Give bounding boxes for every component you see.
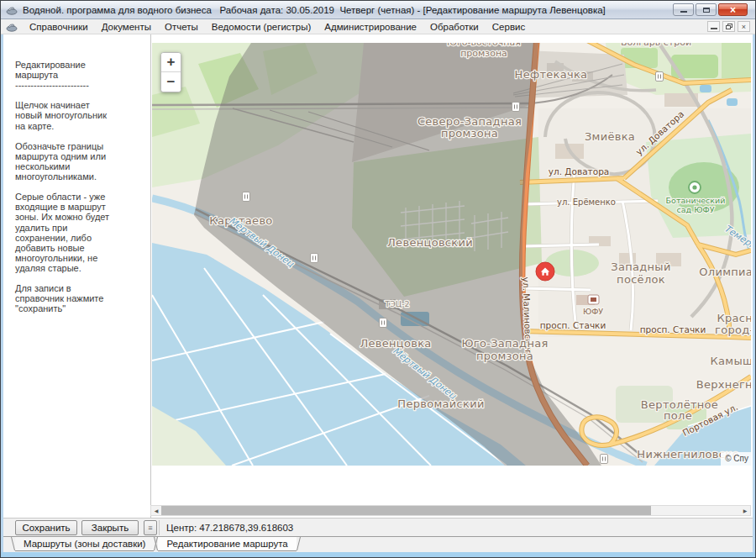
map-label: сад ЮФУ bbox=[677, 205, 715, 214]
close-icon: × bbox=[730, 4, 736, 16]
minimize-button[interactable] bbox=[673, 3, 694, 16]
menu-servis[interactable]: Сервис bbox=[486, 21, 532, 33]
app-window: Водяной. программа для водного бизнеса Р… bbox=[0, 0, 756, 558]
menu-dokumenty[interactable]: Документы bbox=[95, 21, 158, 33]
horizontal-scrollbar[interactable]: ◀ ▶ bbox=[150, 505, 751, 516]
map-label: Ботанический bbox=[666, 196, 726, 205]
splitter-menu-button[interactable]: ≡ bbox=[144, 520, 157, 535]
map-label: город-с bbox=[715, 324, 751, 336]
mdi-close-icon: × bbox=[742, 23, 746, 31]
map-label: посёлок bbox=[617, 273, 665, 286]
university-icon bbox=[588, 295, 599, 304]
map-label: ул. Доватора bbox=[549, 166, 610, 176]
title-bar: Водяной. программа для водного бизнеса Р… bbox=[1, 1, 755, 19]
zoom-in-button[interactable]: + bbox=[161, 53, 181, 72]
status-bar: Сохранить Закрыть ≡ Центр: 47.218678,39.… bbox=[3, 518, 753, 536]
app-icon bbox=[6, 5, 18, 15]
tab-routes-delivery-zones[interactable]: Маршруты (зоны доставки) bbox=[15, 537, 154, 551]
map-panel: Юго-восточнаяпромзонаВолгарь стройНефтек… bbox=[151, 34, 753, 518]
map-label: Нефтекачка bbox=[515, 68, 588, 81]
maximize-icon bbox=[703, 8, 710, 13]
map-label: ул. Ерёменко bbox=[557, 197, 616, 207]
map-label: промзона bbox=[476, 350, 533, 362]
map-label: ЮФУ bbox=[583, 307, 603, 316]
map-label: промзона bbox=[460, 48, 507, 59]
window-bottom-border bbox=[1, 552, 755, 557]
mdi-restore-icon bbox=[726, 24, 732, 29]
map-label: Красны bbox=[717, 312, 751, 324]
sidebar-instructions: Редактирование маршрута ----------------… bbox=[3, 34, 151, 518]
map-attribution: © Спу bbox=[721, 452, 751, 466]
menu-bar: Справочники Документы Отчеты Ведомости (… bbox=[1, 19, 755, 34]
mdi-minimize-icon bbox=[711, 27, 717, 29]
map-label: просп. Стачки bbox=[640, 324, 706, 334]
window-tabs: Маршруты (зоны доставки) Редактирование … bbox=[3, 536, 753, 552]
map-label: Левенцовский bbox=[387, 236, 473, 249]
save-button[interactable]: Сохранить bbox=[15, 520, 77, 535]
status-separator bbox=[159, 520, 160, 535]
menu-obrabotki[interactable]: Обработки bbox=[423, 21, 486, 33]
scroll-left-arrow-icon[interactable]: ◀ bbox=[151, 506, 161, 515]
map-marker[interactable] bbox=[536, 262, 554, 281]
map-zoom-control: + − bbox=[160, 52, 181, 92]
mdi-close-button[interactable]: × bbox=[738, 21, 750, 32]
map-label: Западный bbox=[611, 261, 670, 273]
menu-otchety[interactable]: Отчеты bbox=[158, 21, 205, 33]
maximize-button[interactable] bbox=[696, 3, 717, 16]
map-center-coordinates: Центр: 47.218678,39.618603 bbox=[166, 523, 293, 533]
map-canvas[interactable]: Юго-восточнаяпромзонаВолгарь стройНефтек… bbox=[152, 43, 751, 466]
map-label: Первомайский bbox=[397, 397, 484, 410]
mdi-restore-button[interactable] bbox=[722, 21, 735, 32]
map-label: Волгарь строй bbox=[621, 43, 691, 48]
client-area: Редактирование маршрута ----------------… bbox=[3, 34, 753, 552]
mdi-minimize-button[interactable] bbox=[707, 21, 720, 32]
map-label: Северо-Западная bbox=[417, 115, 522, 128]
map-label: Верхнегнил bbox=[696, 378, 751, 391]
map-label: Юго-Западная bbox=[461, 337, 548, 350]
map-label: Камыше bbox=[711, 355, 751, 367]
map-label: Змиёвка bbox=[585, 130, 635, 143]
map-label: просп. Стачки bbox=[540, 320, 606, 330]
map-label: Олимпиадо bbox=[699, 266, 751, 278]
window-title: Водяной. программа для водного бизнеса Р… bbox=[23, 5, 606, 15]
map-label: поле bbox=[664, 409, 692, 422]
map-label: промзона bbox=[441, 127, 498, 140]
close-button[interactable]: × bbox=[718, 3, 748, 16]
menu-spravochniki[interactable]: Справочники bbox=[23, 21, 95, 33]
close-form-button[interactable]: Закрыть bbox=[81, 520, 139, 535]
minimize-icon bbox=[680, 10, 687, 13]
tab-route-editing[interactable]: Редактирование маршрута bbox=[158, 537, 296, 551]
scrollbar-thumb[interactable] bbox=[161, 506, 651, 515]
map-label: ТЭЦ-2 bbox=[384, 299, 409, 308]
map-image: Юго-восточнаяпромзонаВолгарь стройНефтек… bbox=[152, 43, 751, 466]
menu-vedomosti[interactable]: Ведомости (регистры) bbox=[205, 21, 318, 33]
mdi-child-icon bbox=[6, 22, 18, 32]
scroll-right-arrow-icon[interactable]: ▶ bbox=[740, 506, 750, 515]
menu-administrirovanie[interactable]: Администрирование bbox=[318, 21, 423, 33]
botanic-garden-icon bbox=[689, 182, 701, 193]
zoom-out-button[interactable]: − bbox=[161, 72, 181, 92]
